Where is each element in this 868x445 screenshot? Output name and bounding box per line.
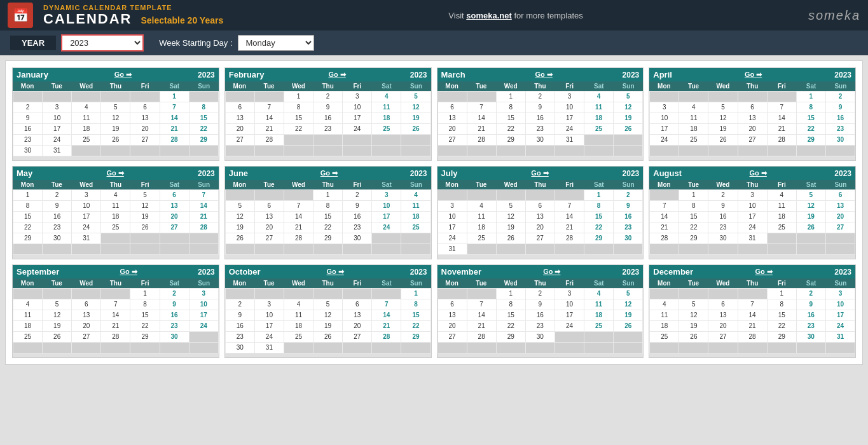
day-cell[interactable]: 22 bbox=[679, 222, 708, 233]
day-cell[interactable]: 1 bbox=[584, 190, 613, 200]
day-cell[interactable]: 29 bbox=[497, 135, 525, 145]
day-cell[interactable]: 16 bbox=[826, 113, 855, 123]
day-cell[interactable]: 11 bbox=[13, 310, 42, 320]
day-cell[interactable]: 21 bbox=[467, 124, 496, 134]
month-go-link[interactable]: Go ➡ bbox=[755, 268, 773, 276]
day-cell[interactable]: 21 bbox=[467, 321, 496, 331]
day-cell[interactable]: 10 bbox=[255, 310, 284, 320]
day-cell[interactable]: 18 bbox=[101, 212, 130, 222]
day-cell[interactable]: 10 bbox=[826, 299, 855, 310]
day-cell[interactable]: 14 bbox=[650, 212, 679, 222]
day-cell[interactable]: 26 bbox=[708, 135, 737, 145]
day-cell[interactable]: 20 bbox=[160, 212, 189, 222]
day-cell[interactable]: 23 bbox=[160, 321, 189, 331]
day-cell[interactable]: 21 bbox=[372, 321, 401, 331]
day-cell[interactable]: 5 bbox=[130, 190, 159, 200]
day-cell[interactable]: 22 bbox=[797, 124, 825, 134]
day-cell[interactable]: 9 bbox=[13, 113, 42, 123]
day-cell[interactable]: 5 bbox=[101, 102, 130, 113]
day-cell[interactable]: 10 bbox=[555, 299, 584, 310]
day-cell[interactable]: 10 bbox=[43, 113, 71, 123]
day-cell[interactable]: 19 bbox=[130, 212, 159, 222]
day-cell[interactable]: 15 bbox=[584, 212, 613, 222]
day-cell[interactable]: 8 bbox=[584, 201, 613, 211]
day-cell[interactable]: 25 bbox=[584, 321, 613, 331]
day-cell[interactable]: 9 bbox=[43, 201, 71, 211]
month-go-link[interactable]: Go ➡ bbox=[107, 169, 124, 177]
day-cell[interactable]: 6 bbox=[708, 299, 737, 310]
day-cell[interactable]: 28 bbox=[160, 135, 189, 145]
day-cell[interactable]: 9 bbox=[160, 299, 189, 310]
day-cell[interactable]: 15 bbox=[13, 212, 42, 222]
day-cell[interactable]: 13 bbox=[526, 212, 555, 222]
day-cell[interactable]: 29 bbox=[679, 233, 708, 243]
day-cell[interactable]: 10 bbox=[189, 299, 218, 310]
day-cell[interactable]: 24 bbox=[738, 222, 767, 233]
day-cell[interactable]: 6 bbox=[343, 299, 371, 310]
month-go-link[interactable]: Go ➡ bbox=[543, 268, 560, 276]
day-cell[interactable]: 14 bbox=[284, 212, 313, 222]
day-cell[interactable]: 20 bbox=[438, 321, 467, 331]
day-cell[interactable]: 8 bbox=[284, 102, 313, 113]
day-cell[interactable]: 26 bbox=[401, 124, 430, 134]
day-cell[interactable]: 3 bbox=[438, 201, 467, 211]
day-cell[interactable]: 6 bbox=[526, 201, 555, 211]
day-cell[interactable]: 14 bbox=[768, 113, 796, 123]
day-cell[interactable]: 10 bbox=[343, 102, 371, 113]
day-cell[interactable]: 5 bbox=[614, 92, 642, 102]
day-cell[interactable]: 22 bbox=[284, 124, 313, 134]
site-link[interactable]: someka.net bbox=[466, 11, 512, 20]
day-cell[interactable]: 26 bbox=[101, 135, 130, 145]
day-cell[interactable]: 8 bbox=[797, 102, 825, 113]
day-cell[interactable]: 14 bbox=[555, 212, 584, 222]
month-go-link[interactable]: Go ➡ bbox=[114, 71, 132, 79]
day-cell[interactable]: 7 bbox=[467, 299, 496, 310]
day-cell[interactable]: 10 bbox=[72, 201, 100, 211]
day-cell[interactable]: 18 bbox=[584, 310, 613, 320]
day-cell[interactable]: 9 bbox=[343, 201, 371, 211]
day-cell[interactable]: 3 bbox=[650, 102, 679, 113]
day-cell[interactable]: 12 bbox=[797, 201, 825, 211]
day-cell[interactable]: 19 bbox=[313, 321, 342, 331]
day-cell[interactable]: 28 bbox=[284, 233, 313, 243]
day-cell[interactable]: 2 bbox=[526, 289, 555, 299]
day-cell[interactable]: 23 bbox=[526, 124, 555, 134]
day-cell[interactable]: 17 bbox=[72, 212, 100, 222]
day-cell[interactable]: 1 bbox=[13, 190, 42, 200]
day-cell[interactable]: 11 bbox=[584, 102, 613, 113]
day-cell[interactable]: 18 bbox=[679, 124, 708, 134]
day-cell[interactable]: 14 bbox=[467, 113, 496, 123]
month-go-link[interactable]: Go ➡ bbox=[745, 71, 762, 79]
day-cell[interactable]: 2 bbox=[313, 92, 342, 102]
day-cell[interactable]: 6 bbox=[738, 102, 767, 113]
day-cell[interactable]: 29 bbox=[797, 135, 825, 145]
day-cell[interactable]: 18 bbox=[467, 222, 496, 233]
day-cell[interactable]: 18 bbox=[768, 212, 796, 222]
day-cell[interactable]: 30 bbox=[13, 146, 42, 156]
day-cell[interactable]: 17 bbox=[372, 212, 401, 222]
day-cell[interactable]: 31 bbox=[826, 332, 855, 342]
day-cell[interactable]: 3 bbox=[555, 289, 584, 299]
day-cell[interactable]: 9 bbox=[826, 102, 855, 113]
day-cell[interactable]: 28 bbox=[738, 332, 767, 342]
day-cell[interactable]: 12 bbox=[101, 113, 130, 123]
day-cell[interactable]: 19 bbox=[43, 321, 71, 331]
day-cell[interactable]: 27 bbox=[738, 135, 767, 145]
day-cell[interactable]: 23 bbox=[797, 321, 825, 331]
day-cell[interactable]: 5 bbox=[313, 299, 342, 310]
day-cell[interactable]: 23 bbox=[313, 124, 342, 134]
day-cell[interactable]: 28 bbox=[768, 135, 796, 145]
day-cell[interactable]: 2 bbox=[708, 190, 737, 200]
day-cell[interactable]: 4 bbox=[101, 190, 130, 200]
day-cell[interactable]: 20 bbox=[72, 321, 100, 331]
day-cell[interactable]: 2 bbox=[526, 92, 555, 102]
day-cell[interactable]: 1 bbox=[768, 289, 796, 299]
day-cell[interactable]: 16 bbox=[13, 124, 42, 134]
day-cell[interactable]: 13 bbox=[438, 113, 467, 123]
day-cell[interactable]: 9 bbox=[526, 102, 555, 113]
day-cell[interactable]: 10 bbox=[738, 201, 767, 211]
day-cell[interactable]: 22 bbox=[313, 222, 342, 233]
day-cell[interactable]: 25 bbox=[650, 332, 679, 342]
day-cell[interactable]: 1 bbox=[497, 289, 525, 299]
day-cell[interactable]: 1 bbox=[130, 289, 159, 299]
